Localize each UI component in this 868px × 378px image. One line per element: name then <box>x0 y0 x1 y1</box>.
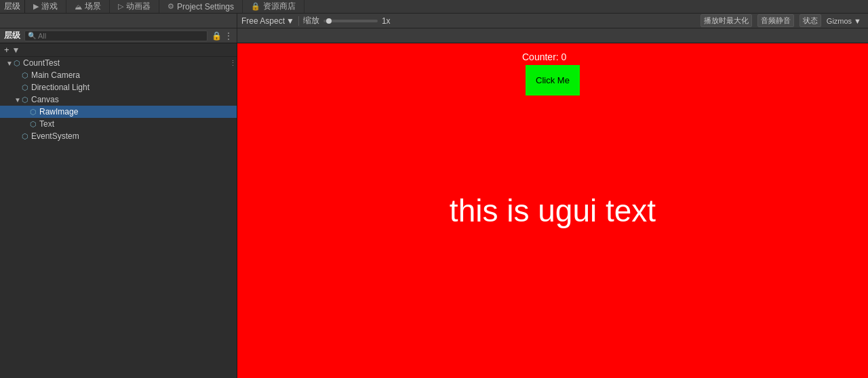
scale-slider-thumb <box>326 18 332 24</box>
add-label: ▼ <box>12 45 20 55</box>
lock-icon: 🔒 <box>251 2 260 11</box>
click-me-button[interactable]: Click Me <box>526 65 580 96</box>
separator <box>298 16 299 26</box>
game-view-toolbar: Free Aspect ▼ 缩放 1x 播放时最大化 音频静音 状态 Gizmo… <box>0 14 868 28</box>
hierarchy-label: 层级 <box>4 1 20 12</box>
gizmos-label: Gizmos <box>827 17 852 25</box>
search-box[interactable]: 🔍 <box>24 30 208 41</box>
hierarchy-item-eventsystem[interactable]: ⬡ EventSystem <box>0 130 237 142</box>
animator-tab-label: 动画器 <box>126 1 151 12</box>
settings-icon: ⚙ <box>167 2 174 11</box>
search-input[interactable] <box>38 32 204 40</box>
animator-tab[interactable]: ▷ 动画器 <box>110 0 159 13</box>
animator-icon: ▷ <box>118 2 123 11</box>
more-options-icon[interactable]: ⋮ <box>224 31 233 41</box>
ugui-text-display: this is ugui text <box>450 192 656 229</box>
store-tab-label: 资源商店 <box>263 1 296 12</box>
hierarchy-toolbar-left: 层级 🔍 🔒 ⋮ <box>0 28 237 43</box>
hierarchy-item-main-camera[interactable]: ⬡ Main Camera <box>0 69 237 81</box>
object-icon-canvas: ⬡ <box>22 96 28 104</box>
item-label-eventsystem: EventSystem <box>31 131 79 141</box>
gizmos-button[interactable]: Gizmos ▼ <box>827 17 861 25</box>
scene-icon: ⛰ <box>75 3 82 11</box>
hierarchy-item-dir-light[interactable]: ⬡ Directional Light <box>0 81 237 93</box>
second-bar-left <box>0 14 237 28</box>
scale-value: 1x <box>382 16 391 26</box>
scale-label: 缩放 <box>303 15 319 26</box>
top-nav-tabs: ▶ 游戏 ⛰ 场景 ▷ 动画器 ⚙ Project Settings 🔒 资源商… <box>25 0 868 13</box>
hierarchy-item-canvas[interactable]: ▼ ⬡ Canvas <box>0 93 237 106</box>
gizmos-arrow-icon: ▼ <box>854 17 861 25</box>
object-icon-counttest: ⬡ <box>14 59 20 68</box>
store-tab[interactable]: 🔒 资源商店 <box>243 0 304 13</box>
object-icon-text: ⬡ <box>30 120 37 129</box>
context-menu-counttest[interactable]: ⋮ <box>229 59 237 68</box>
game-icon: ▶ <box>33 2 39 11</box>
stats-button[interactable]: 状态 <box>800 14 821 27</box>
scale-slider-container <box>323 20 378 22</box>
item-label-rawimage: RawImage <box>39 107 78 117</box>
add-button[interactable]: + <box>4 45 9 55</box>
hierarchy-icons: 🔒 ⋮ <box>212 31 233 41</box>
object-icon-eventsystem: ⬡ <box>22 132 28 141</box>
scene-tab-label: 场景 <box>85 1 101 12</box>
hierarchy-toolbar: 层级 🔍 🔒 ⋮ <box>0 28 868 43</box>
project-settings-label: Project Settings <box>177 2 234 12</box>
item-label-dir-light: Directional Light <box>31 83 90 92</box>
game-tab[interactable]: ▶ 游戏 <box>25 0 66 13</box>
object-icon-dir-light: ⬡ <box>22 83 28 92</box>
aspect-arrow-icon: ▼ <box>286 16 294 26</box>
main-layout: + ▼ ▼ ⬡ CountTest ⋮ ⬡ Main Camera ⬡ Dire… <box>0 43 868 378</box>
maximize-on-play-button[interactable]: 播放时最大化 <box>701 14 752 27</box>
top-bar: 层级 ▶ 游戏 ⛰ 场景 ▷ 动画器 ⚙ Project Settings 🔒 … <box>0 0 868 14</box>
game-tab-label: 游戏 <box>41 1 58 12</box>
item-label-canvas: Canvas <box>31 95 59 104</box>
mute-audio-button[interactable]: 音频静音 <box>757 14 794 27</box>
item-label-counttest: CountTest <box>23 58 60 68</box>
item-label-text: Text <box>39 119 54 129</box>
search-icon: 🔍 <box>28 32 36 39</box>
item-label-main-camera: Main Camera <box>31 70 80 80</box>
hierarchy-item-text[interactable]: ⬡ Text <box>0 118 237 130</box>
hierarchy-title: 层级 <box>4 30 20 41</box>
expand-arrow-counttest: ▼ <box>5 60 14 67</box>
object-icon-rawimage: ⬡ <box>30 108 37 117</box>
hierarchy-add-row: + ▼ <box>0 43 237 57</box>
scene-tab[interactable]: ⛰ 场景 <box>66 0 110 13</box>
scale-slider[interactable] <box>323 20 378 22</box>
game-viewport: Counter: 0 Click Me this is ugui text <box>237 43 868 378</box>
hierarchy-item-counttest[interactable]: ▼ ⬡ CountTest ⋮ <box>0 57 237 69</box>
hierarchy-panel: + ▼ ▼ ⬡ CountTest ⋮ ⬡ Main Camera ⬡ Dire… <box>0 43 237 378</box>
project-settings-tab[interactable]: ⚙ Project Settings <box>159 0 243 13</box>
hierarchy-panel-label: 层级 <box>0 0 25 13</box>
lock-icon[interactable]: 🔒 <box>212 31 222 41</box>
object-icon-main-camera: ⬡ <box>22 71 28 80</box>
aspect-label: Free Aspect <box>241 16 285 26</box>
counter-display: Counter: 0 <box>522 51 566 62</box>
game-controls: Free Aspect ▼ 缩放 1x <box>237 14 694 28</box>
expand-arrow-canvas: ▼ <box>14 96 22 104</box>
aspect-dropdown[interactable]: Free Aspect ▼ <box>241 16 294 26</box>
hierarchy-item-rawimage[interactable]: ⬡ RawImage <box>0 106 237 118</box>
second-bar-right: 播放时最大化 音频静音 状态 Gizmos ▼ <box>694 14 868 27</box>
